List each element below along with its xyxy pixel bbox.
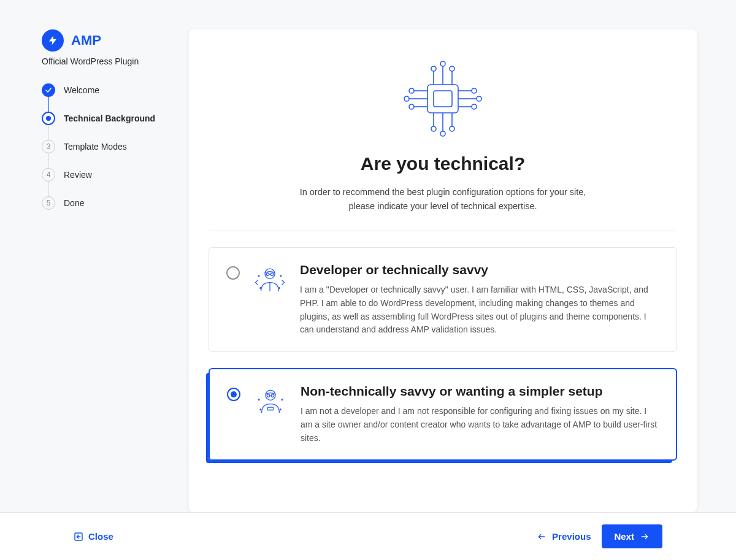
close-icon xyxy=(74,532,83,542)
arrow-right-icon xyxy=(639,532,650,541)
option-developer[interactable]: Developer or technically savvy I am a "D… xyxy=(209,247,677,352)
svg-point-39 xyxy=(258,399,259,401)
close-button[interactable]: Close xyxy=(74,531,113,542)
page-intro: In order to recommend the best plugin co… xyxy=(209,185,677,213)
step-label: Done xyxy=(64,198,84,208)
svg-point-3 xyxy=(431,66,436,71)
step-label: Review xyxy=(64,170,92,180)
svg-point-41 xyxy=(260,409,261,410)
non-technical-icon xyxy=(254,385,287,421)
step-done[interactable]: 5 Done xyxy=(42,196,164,210)
developer-icon xyxy=(253,264,286,299)
svg-point-34 xyxy=(278,288,280,289)
previous-label: Previous xyxy=(552,531,591,542)
wizard-steps: Welcome Technical Background 3 Template … xyxy=(42,83,164,210)
step-technical-background[interactable]: Technical Background xyxy=(42,112,164,125)
svg-point-25 xyxy=(472,104,477,109)
step-label: Welcome xyxy=(64,85,99,95)
svg-point-27 xyxy=(266,273,269,276)
close-label: Close xyxy=(88,531,113,542)
brand-name: AMP xyxy=(71,33,101,48)
dot-icon xyxy=(42,112,55,125)
previous-button[interactable]: Previous xyxy=(536,531,591,542)
svg-rect-1 xyxy=(434,91,452,107)
svg-point-5 xyxy=(440,61,445,66)
step-number-icon: 4 xyxy=(42,168,55,182)
svg-point-15 xyxy=(409,88,414,93)
svg-point-13 xyxy=(450,126,454,131)
step-welcome[interactable]: Welcome xyxy=(42,83,164,97)
option-non-technical[interactable]: Non-technically savvy or wanting a simpl… xyxy=(209,368,677,461)
option-title: Developer or technically savvy xyxy=(300,263,659,277)
option-content: Developer or technically savvy I am a "D… xyxy=(300,263,659,337)
svg-point-33 xyxy=(260,288,261,289)
wizard-footer: Close Previous Next xyxy=(0,512,736,560)
step-connector xyxy=(48,97,49,112)
svg-point-28 xyxy=(270,273,274,276)
check-icon xyxy=(42,83,55,97)
svg-rect-0 xyxy=(427,85,458,113)
option-description: I am not a developer and I am not respon… xyxy=(301,405,659,445)
wizard-sidebar: AMP Official WordPress Plugin Welcome Te… xyxy=(42,29,164,512)
option-title: Non-technically savvy or wanting a simpl… xyxy=(301,384,659,399)
svg-point-11 xyxy=(440,131,445,136)
step-connector xyxy=(48,125,49,140)
svg-point-36 xyxy=(267,394,270,397)
footer-nav: Previous Next xyxy=(536,524,662,548)
step-connector xyxy=(48,153,49,168)
amp-logo-icon xyxy=(42,29,64,52)
step-connector xyxy=(48,182,49,196)
brand-row: AMP xyxy=(42,29,164,52)
brand-subtitle: Official WordPress Plugin xyxy=(42,56,164,66)
chip-icon xyxy=(397,59,489,139)
step-label: Template Modes xyxy=(64,142,127,152)
next-label: Next xyxy=(614,531,634,542)
option-description: I am a "Developer or technically savvy" … xyxy=(300,283,659,337)
wizard-panel: Are you technical? In order to recommend… xyxy=(189,29,697,512)
svg-point-42 xyxy=(280,409,281,410)
svg-point-9 xyxy=(431,126,436,131)
step-template-modes[interactable]: 3 Template Modes xyxy=(42,140,164,153)
divider xyxy=(209,231,677,231)
svg-point-40 xyxy=(282,399,283,401)
svg-point-17 xyxy=(404,96,409,101)
svg-point-21 xyxy=(472,88,477,93)
svg-point-32 xyxy=(280,275,282,277)
svg-point-37 xyxy=(271,394,274,397)
radio-icon xyxy=(227,388,240,401)
svg-point-31 xyxy=(258,275,259,277)
radio-icon xyxy=(226,266,240,280)
step-label: Technical Background xyxy=(64,113,155,123)
next-button[interactable]: Next xyxy=(602,524,662,548)
svg-point-23 xyxy=(477,96,481,101)
arrow-left-icon xyxy=(536,532,547,541)
page-heading: Are you technical? xyxy=(209,153,677,174)
svg-point-7 xyxy=(450,66,454,71)
step-number-icon: 3 xyxy=(42,140,55,153)
step-review[interactable]: 4 Review xyxy=(42,168,164,182)
step-number-icon: 5 xyxy=(42,196,55,210)
svg-point-19 xyxy=(409,104,414,109)
option-content: Non-technically savvy or wanting a simpl… xyxy=(301,384,659,445)
